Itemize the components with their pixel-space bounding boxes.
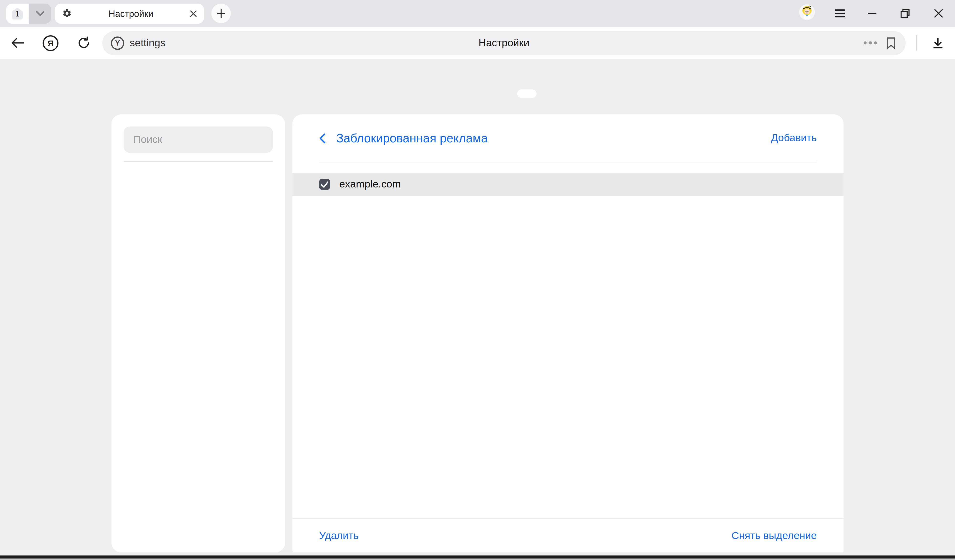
blocked-site-row[interactable]: example.com	[292, 173, 844, 196]
hamburger-menu-icon	[834, 9, 845, 18]
restore-icon	[900, 9, 910, 19]
profile-avatar[interactable]	[799, 4, 815, 20]
address-page-title: Настройки	[102, 37, 906, 49]
browser-toolbar: Я Y settings Настройки	[0, 27, 955, 59]
sidebar-item-tools[interactable]	[111, 220, 285, 245]
sidebar-items	[111, 172, 285, 293]
download-icon	[932, 37, 944, 49]
toolbar-divider	[916, 35, 917, 51]
settings-nav-tabs	[0, 83, 955, 103]
browser-menu-button[interactable]	[833, 0, 847, 27]
settings-sidebar	[111, 114, 285, 552]
deselect-button[interactable]: Снять выделение	[731, 530, 817, 542]
reload-button[interactable]	[75, 27, 92, 59]
sidebar-item-general[interactable]	[111, 172, 285, 196]
yandex-logo-icon: Я	[43, 35, 58, 51]
sidebar-divider	[124, 161, 273, 162]
avatar-image	[799, 4, 815, 20]
address-text[interactable]: settings	[130, 37, 165, 49]
downloads-button[interactable]	[928, 27, 948, 59]
address-more-button[interactable]	[863, 41, 877, 45]
window-close-button[interactable]	[932, 0, 946, 27]
panel-back-button[interactable]	[319, 133, 326, 143]
delete-button[interactable]: Удалить	[319, 530, 359, 542]
tab-close-icon[interactable]	[190, 10, 197, 17]
yandex-logo-button[interactable]: Я	[42, 27, 59, 59]
checkmark-icon	[320, 180, 329, 188]
window-minimize-button[interactable]	[865, 0, 879, 27]
tab-group-control: 1	[6, 3, 51, 23]
reload-icon	[77, 36, 90, 49]
sidebar-item-interface[interactable]	[111, 196, 285, 220]
bookmark-button[interactable]	[886, 37, 896, 49]
sidebar-item-system[interactable]	[111, 269, 285, 293]
panel-header-divider	[319, 162, 817, 163]
row-checkbox[interactable]	[319, 179, 330, 190]
panel-header: Заблокированная реклама Добавить	[292, 114, 844, 162]
close-icon	[934, 9, 943, 18]
nav-tab-settings[interactable]	[517, 89, 537, 98]
panel-footer: Удалить Снять выделение	[292, 518, 844, 552]
minimize-icon	[868, 12, 877, 14]
chevron-left-icon	[319, 133, 326, 143]
window-bottom-edge	[0, 555, 955, 558]
search-input[interactable]	[124, 126, 273, 153]
tab-title: Настройки	[72, 8, 190, 19]
chevron-down-icon	[36, 11, 44, 16]
tab-counter-badge: 1	[10, 6, 24, 20]
back-button[interactable]	[9, 27, 26, 59]
address-bar[interactable]: Y settings Настройки	[102, 31, 906, 55]
new-tab-button[interactable]	[211, 3, 231, 23]
blocked-site-label: example.com	[339, 178, 401, 190]
browser-tab-settings[interactable]: Настройки	[55, 3, 204, 23]
back-arrow-icon	[10, 38, 25, 48]
tab-count: 1	[10, 6, 24, 20]
bookmark-icon	[886, 37, 896, 49]
panel-title: Заблокированная реклама	[336, 131, 488, 145]
tab-list-dropdown-button[interactable]	[29, 3, 51, 23]
window-restore-button[interactable]	[898, 0, 912, 27]
browser-window: 1 Настройки	[0, 0, 955, 560]
tab-bar: 1 Настройки	[0, 0, 955, 27]
gear-icon	[62, 9, 72, 19]
add-button[interactable]: Добавить	[771, 132, 817, 144]
sidebar-item-sites[interactable]	[111, 245, 285, 269]
blocked-ads-panel: Заблокированная реклама Добавить example…	[292, 114, 844, 552]
window-bottom-shadow	[0, 558, 955, 560]
plus-icon	[217, 9, 225, 18]
tab-counter-button[interactable]: 1	[6, 3, 29, 23]
blocked-sites-list: example.com	[292, 173, 844, 196]
